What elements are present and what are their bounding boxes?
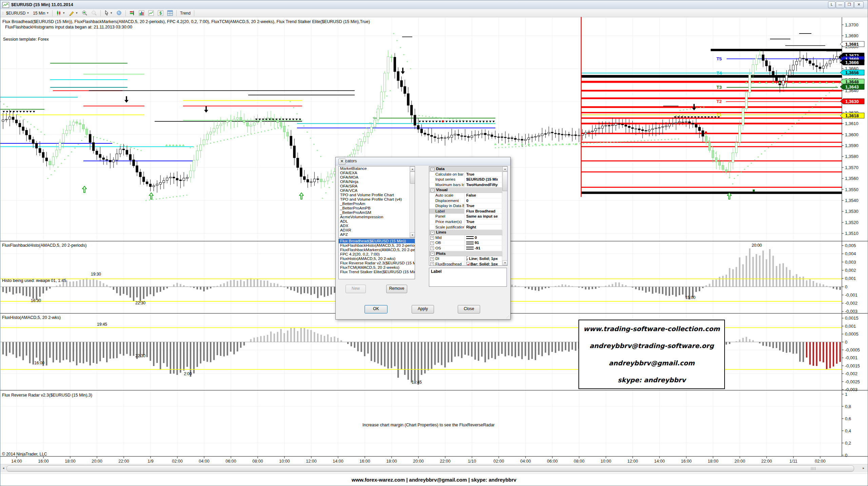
remove-button[interactable]: Remove (386, 285, 407, 293)
svg-text:16:00: 16:00 (38, 459, 48, 464)
scroll-right-icon[interactable]: ► (861, 466, 866, 471)
available-list-scrollbar[interactable]: ▲ ▼ (409, 166, 415, 238)
new-button[interactable]: New (346, 285, 366, 293)
list-item[interactable]: APZ (339, 232, 415, 237)
svg-text:0,0005: 0,0005 (845, 331, 859, 337)
svg-text:0,002: 0,002 (845, 268, 856, 273)
svg-text:1,3530: 1,3530 (845, 209, 859, 214)
applied-indicators-list[interactable]: Flux Broadhead($EURUSD (15 Min))FluxFlas… (338, 239, 415, 279)
list-item[interactable]: AcmeVolumeImpression (339, 215, 415, 219)
svg-text:10:00: 10:00 (279, 459, 290, 464)
svg-text:18:00: 18:00 (708, 459, 718, 464)
property-row[interactable]: Auto scaleFalse (429, 193, 502, 198)
property-section-header[interactable]: −Data (429, 166, 502, 172)
svg-text:20:00: 20:00 (752, 243, 762, 248)
svg-text:14:00: 14:00 (333, 459, 343, 464)
expand-icon[interactable]: + (430, 262, 434, 266)
svg-text:1,3540: 1,3540 (845, 198, 859, 203)
svg-text:14:00: 14:00 (654, 459, 665, 464)
panel4-label: Flux Reverse Radar v2.3($EURUSD (15 Min)… (2, 393, 92, 398)
property-section-header[interactable]: −Plots (429, 251, 502, 257)
svg-text:22:30: 22:30 (135, 353, 145, 358)
svg-text:1,3700: 1,3700 (845, 22, 859, 27)
property-description-title: Label (431, 269, 441, 274)
scroll-down-icon[interactable]: ▼ (502, 260, 508, 265)
property-row[interactable]: +OS-91 (429, 246, 502, 251)
svg-text:1,3681: 1,3681 (845, 42, 859, 47)
svg-text:1,3656: 1,3656 (845, 70, 859, 75)
scroll-up-icon[interactable]: ▲ (410, 166, 415, 171)
svg-text:15:00: 15:00 (685, 295, 695, 300)
expand-icon[interactable]: + (430, 241, 434, 245)
svg-text:0,001: 0,001 (845, 276, 856, 281)
svg-text:1,3550: 1,3550 (845, 187, 859, 192)
svg-text:18:00: 18:00 (65, 459, 75, 464)
bottom-bar-text: www.forex-warez.com | andreybbrv@gmail.c… (0, 474, 868, 486)
property-row[interactable]: +Mid0 (429, 235, 502, 241)
available-indicators-list[interactable]: ▲ ▼ MarketBalanceOFA/EXAOFA/MOAOFA/Ninja… (338, 166, 415, 238)
collapse-icon[interactable]: − (431, 188, 434, 192)
list-item[interactable]: ADXR (339, 228, 415, 232)
svg-text:16:00: 16:00 (34, 361, 44, 365)
expand-icon[interactable]: + (430, 236, 434, 240)
svg-text:1,3618: 1,3618 (845, 113, 859, 118)
watermark-line: skype: andreybbrv (618, 376, 686, 384)
property-row[interactable]: LabelFlux Broadhead (429, 209, 502, 214)
svg-text:1,3643: 1,3643 (845, 84, 859, 89)
svg-text:T2: T2 (716, 99, 722, 104)
property-row[interactable]: +DILine; Solid; 1px (429, 256, 502, 262)
expand-icon[interactable]: + (430, 246, 434, 250)
svg-text:0: 0 (845, 340, 847, 345)
svg-text:2:00: 2:00 (184, 371, 192, 376)
svg-text:1,3590: 1,3590 (845, 143, 859, 148)
scroll-left-icon[interactable]: ◄ (1, 466, 6, 471)
property-description-box: Label (429, 268, 507, 287)
dialog-resize-grip[interactable]: ⋰ (506, 315, 510, 319)
property-row[interactable]: Input series$EURUSD (15 Min) (429, 177, 502, 182)
property-row[interactable]: Display in Data BoxTrue (429, 203, 502, 209)
dialog-titlebar[interactable]: Indicators ✕ (336, 157, 510, 165)
properties-grid[interactable]: ▲ ▼ −DataCalculate on bar closeTrueInput… (429, 166, 508, 266)
scroll-down-icon[interactable]: ▼ (410, 232, 415, 238)
property-row[interactable]: Price marker(s)True (429, 219, 502, 225)
panel4-notice: Increase chart margin (Chart Properties)… (362, 423, 495, 427)
indicator-overlay-line: Flux Broadhead($EURUSD (15 Min)), FluxFl… (2, 19, 370, 24)
properties-scrollbar[interactable]: ▲ ▼ (502, 166, 507, 265)
property-section-header[interactable]: −Lines (429, 230, 502, 235)
collapse-icon[interactable]: − (431, 167, 434, 171)
horizontal-scrollbar[interactable]: ◄ ► (0, 464, 868, 472)
svg-text:0,003: 0,003 (845, 260, 856, 265)
property-row[interactable]: +FluxBroadheadBar; Solid; 1px (429, 262, 502, 266)
svg-text:20:00: 20:00 (734, 459, 745, 464)
svg-text:1,3560: 1,3560 (845, 176, 859, 181)
apply-button[interactable]: Apply (412, 305, 434, 313)
expand-icon[interactable]: + (430, 257, 434, 261)
dialog-close-icon[interactable]: ✕ (338, 159, 346, 165)
indicator-overlay-line: FluxFlashbackHistograms input data began… (5, 25, 132, 29)
close-dialog-button[interactable]: Close (458, 305, 480, 313)
list-item[interactable]: ADL (339, 219, 415, 224)
collapse-icon[interactable]: − (431, 231, 434, 235)
svg-text:T1: T1 (716, 112, 722, 117)
svg-text:18:45: 18:45 (412, 380, 422, 385)
svg-text:10:00: 10:00 (600, 459, 611, 464)
scrollbar-thumb[interactable] (6, 465, 854, 472)
property-row[interactable]: PanelSame as input series (429, 214, 502, 219)
property-row[interactable]: Calculate on bar closeTrue (429, 172, 502, 177)
list-item[interactable]: Flux Trend Stalker Elite($EURUSD (15 Min… (339, 270, 415, 274)
property-section-header[interactable]: −Visual (429, 187, 502, 193)
ok-button[interactable]: OK (364, 305, 388, 313)
svg-text:22:00: 22:00 (440, 459, 450, 464)
svg-text:1: 1 (845, 392, 847, 397)
scroll-up-icon[interactable]: ▲ (502, 166, 508, 171)
svg-text:1,3630: 1,3630 (845, 99, 859, 104)
svg-text:02:00: 02:00 (815, 459, 825, 464)
collapse-icon[interactable]: − (431, 252, 434, 256)
property-row[interactable]: Scale justificationRight (429, 225, 502, 230)
property-row[interactable]: Displacement0 (429, 198, 502, 204)
svg-text:T5: T5 (716, 56, 722, 61)
svg-text:08:00: 08:00 (574, 459, 584, 464)
property-row[interactable]: Maximum bars look backTwoHundredFiftySix (429, 182, 502, 188)
property-row[interactable]: +OB91 (429, 240, 502, 246)
svg-text:-0,0005: -0,0005 (845, 347, 860, 352)
